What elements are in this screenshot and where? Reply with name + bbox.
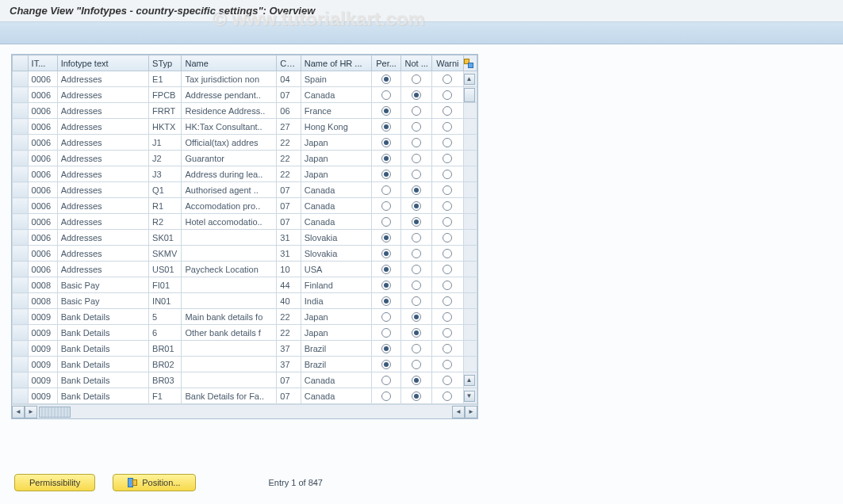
row-selector[interactable] [13, 325, 29, 341]
cell-styp[interactable]: SK01 [149, 230, 182, 246]
vscroll-track[interactable] [463, 341, 477, 357]
vscroll-track[interactable] [463, 166, 477, 182]
cell-styp[interactable]: SKMV [149, 246, 182, 262]
cell-text[interactable]: Basic Pay [57, 277, 148, 293]
warn-radio[interactable] [443, 106, 452, 116]
hscroll-right-step-icon[interactable]: ► [25, 406, 37, 418]
cell-warn[interactable] [432, 293, 463, 309]
cell-cg[interactable]: 22 [277, 325, 301, 341]
per-radio[interactable] [381, 90, 391, 100]
cell-hr[interactable]: Spain [301, 71, 371, 87]
table-row[interactable]: 0006AddressesJ1Official(tax) addres22Jap… [13, 135, 477, 151]
cell-text[interactable]: Addresses [57, 182, 148, 198]
warn-radio[interactable] [443, 249, 452, 258]
cell-hr[interactable]: Japan [301, 309, 371, 325]
cell-styp[interactable]: R1 [149, 198, 182, 214]
cell-name[interactable]: Main bank details fo [182, 309, 277, 325]
row-selector[interactable] [13, 71, 29, 87]
cell-warn[interactable] [432, 246, 463, 262]
cell-text[interactable]: Addresses [57, 71, 148, 87]
cell-styp[interactable]: BR03 [149, 372, 182, 388]
cell-styp[interactable]: J1 [149, 135, 182, 151]
cell-hr[interactable]: Canada [301, 87, 371, 103]
not-radio[interactable] [412, 312, 421, 322]
cell-warn[interactable] [432, 182, 463, 198]
cell-text[interactable]: Addresses [57, 135, 148, 151]
cell-cg[interactable]: 07 [277, 372, 301, 388]
cell-cg[interactable]: 07 [277, 182, 301, 198]
cell-not[interactable] [401, 135, 432, 151]
warn-radio[interactable] [443, 328, 452, 338]
cell-not[interactable] [401, 198, 432, 214]
cell-hr[interactable]: Japan [301, 151, 371, 166]
cell-name[interactable] [182, 372, 277, 388]
table-row[interactable]: 0006AddressesHKTXHK:Tax Consultant..27Ho… [13, 119, 477, 135]
cell-per[interactable] [372, 214, 401, 230]
warn-radio[interactable] [443, 344, 452, 353]
vscroll-track[interactable] [463, 151, 477, 166]
col-select-all[interactable] [13, 55, 29, 71]
per-radio[interactable] [381, 281, 391, 290]
table-row[interactable]: 0009Bank DetailsBR0237Brazil [13, 357, 477, 372]
warn-radio[interactable] [443, 185, 452, 195]
row-selector[interactable] [13, 119, 29, 135]
cell-styp[interactable]: HKTX [149, 119, 182, 135]
cell-it[interactable]: 0006 [28, 198, 57, 214]
cell-not[interactable] [401, 357, 432, 372]
cell-it[interactable]: 0008 [28, 277, 57, 293]
per-radio[interactable] [381, 154, 391, 163]
vscroll-track[interactable]: ▼ [463, 388, 477, 404]
per-radio[interactable] [381, 360, 391, 369]
per-radio[interactable] [381, 138, 391, 147]
not-radio[interactable] [412, 122, 421, 132]
cell-not[interactable] [401, 293, 432, 309]
vscroll-track[interactable]: ▲ [463, 372, 477, 388]
cell-styp[interactable]: IN01 [149, 293, 182, 309]
not-radio[interactable] [412, 265, 421, 274]
row-selector[interactable] [13, 309, 29, 325]
hscroll-left2-icon[interactable]: ◄ [452, 406, 465, 418]
cell-not[interactable] [401, 309, 432, 325]
cell-cg[interactable]: 31 [277, 230, 301, 246]
warn-radio[interactable] [443, 217, 452, 227]
cell-hr[interactable]: Canada [301, 214, 371, 230]
cell-styp[interactable]: BR02 [149, 357, 182, 372]
per-radio[interactable] [381, 74, 391, 84]
cell-not[interactable] [401, 182, 432, 198]
warn-radio[interactable] [443, 265, 452, 274]
vscroll-up-icon[interactable]: ▲ [464, 74, 475, 85]
cell-it[interactable]: 0008 [28, 293, 57, 309]
cell-warn[interactable] [432, 277, 463, 293]
vscroll-track[interactable] [463, 246, 477, 262]
warn-radio[interactable] [443, 74, 452, 84]
per-radio[interactable] [381, 249, 391, 258]
cell-it[interactable]: 0006 [28, 230, 57, 246]
cell-per[interactable] [372, 87, 401, 103]
permissibility-button[interactable]: Permissibility [14, 474, 95, 491]
per-radio[interactable] [381, 170, 391, 179]
cell-hr[interactable]: Canada [301, 372, 371, 388]
cell-hr[interactable]: Canada [301, 198, 371, 214]
cell-warn[interactable] [432, 166, 463, 182]
cell-text[interactable]: Addresses [57, 214, 148, 230]
cell-name[interactable]: Hotel accomodatio.. [182, 214, 277, 230]
cell-it[interactable]: 0006 [28, 71, 57, 87]
warn-radio[interactable] [443, 122, 452, 132]
cell-per[interactable] [372, 166, 401, 182]
cell-warn[interactable] [432, 372, 463, 388]
col-hr[interactable]: Name of HR ... [301, 55, 371, 71]
not-radio[interactable] [412, 170, 421, 179]
row-selector[interactable] [13, 182, 29, 198]
cell-per[interactable] [372, 372, 401, 388]
cell-text[interactable]: Addresses [57, 151, 148, 166]
cell-per[interactable] [372, 151, 401, 166]
cell-it[interactable]: 0006 [28, 135, 57, 151]
row-selector[interactable] [13, 293, 29, 309]
cell-styp[interactable]: Q1 [149, 182, 182, 198]
table-row[interactable]: 0006AddressesJ3Address during lea..22Jap… [13, 166, 477, 182]
cell-name[interactable] [182, 293, 277, 309]
table-row[interactable]: 0009Bank DetailsBR0137Brazil [13, 341, 477, 357]
cell-styp[interactable]: J2 [149, 151, 182, 166]
table-row[interactable]: 0009Bank DetailsF1Bank Details for Fa..0… [13, 388, 477, 404]
cell-styp[interactable]: F1 [149, 388, 182, 404]
